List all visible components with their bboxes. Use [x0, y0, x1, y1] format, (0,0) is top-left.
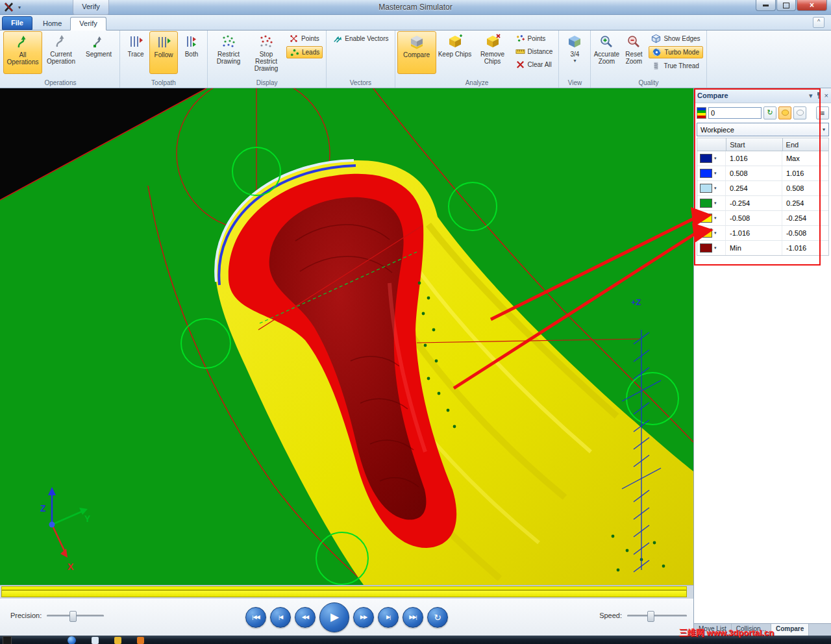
table-row[interactable]: ▾ Min -1.016	[697, 241, 828, 255]
column-header-color[interactable]	[697, 138, 726, 151]
viewport-3d[interactable]: +Z Z Y X	[0, 88, 693, 585]
color-swatch[interactable]	[700, 243, 712, 253]
view-dropdown-icon[interactable]: ▾	[573, 58, 576, 64]
table-row[interactable]: ▾ -1.016 -0.508	[697, 226, 828, 241]
display-points-button[interactable]: Points	[286, 33, 323, 44]
start-value: 1.016	[726, 151, 782, 166]
restrict-drawing-button[interactable]: Restrict Drawing	[210, 31, 247, 73]
end-value: 1.016	[782, 166, 828, 180]
show-edges-button[interactable]: Show Edges	[649, 33, 702, 44]
swatch-dropdown-icon[interactable]: ▾	[714, 245, 717, 251]
taskbar-browser-icon[interactable]	[92, 637, 99, 644]
start-value: Min	[726, 241, 782, 255]
clear-all-button[interactable]: Clear All	[513, 59, 556, 70]
color-swatch[interactable]	[700, 199, 712, 208]
tolerance-input[interactable]	[708, 107, 762, 119]
step-back-button[interactable]: |◀	[270, 607, 291, 628]
follow-label: Follow	[155, 51, 173, 58]
tab-file[interactable]: File	[2, 16, 32, 30]
all-operations-label: All Operations	[5, 51, 41, 66]
trace-button[interactable]: Trace	[122, 31, 149, 73]
stop-restrict-drawing-button[interactable]: Stop Restrict Drawing	[247, 31, 285, 73]
taskbar-app2-icon[interactable]	[137, 637, 144, 644]
tab-compare[interactable]: Compare	[771, 624, 809, 636]
ribbon-collapse-button[interactable]: ^	[813, 17, 825, 28]
swatch-dropdown-icon[interactable]: ▾	[714, 171, 717, 176]
turbo-mode-button[interactable]: Turbo Mode	[649, 46, 702, 58]
compare-source-dropdown[interactable]: Workpiece ▾	[697, 123, 829, 136]
swatch-dropdown-icon[interactable]: ▾	[714, 230, 717, 236]
enable-vectors-button[interactable]: Enable Vectors	[330, 33, 391, 44]
precision-slider-thumb[interactable]	[69, 611, 77, 622]
swatch-dropdown-icon[interactable]: ▾	[714, 156, 717, 161]
precision-slider[interactable]	[47, 615, 104, 617]
analyze-points-button[interactable]: Points	[513, 33, 556, 44]
taskbar-app-icon[interactable]	[3, 636, 12, 644]
skip-to-end-button[interactable]: ▶▶|	[403, 607, 423, 628]
remove-chips-button[interactable]: Remove Chips	[474, 31, 512, 73]
rewind-button[interactable]: ◀◀	[295, 607, 316, 628]
minimize-button[interactable]	[756, 0, 776, 11]
color-swatch[interactable]	[700, 169, 712, 178]
start-orb-icon[interactable]	[68, 636, 76, 644]
axis-x-label: X	[68, 562, 74, 572]
fast-forward-button[interactable]: ▶▶	[353, 607, 374, 628]
solid-display-toggle[interactable]	[793, 106, 806, 119]
swatch-dropdown-icon[interactable]: ▾	[714, 186, 717, 191]
leads-button[interactable]: Leads	[286, 46, 323, 58]
panel-close-icon[interactable]: ×	[825, 92, 828, 99]
swatch-dropdown-icon[interactable]: ▾	[714, 216, 717, 221]
end-value: -0.508	[782, 226, 828, 240]
table-row[interactable]: ▾ -0.254 0.254	[697, 196, 828, 211]
speed-slider[interactable]	[627, 615, 687, 617]
ribbon-group-analyze: Compare Keep Chips Remove Chips Points	[395, 31, 560, 88]
distance-button[interactable]: Distance	[513, 46, 556, 57]
true-thread-button[interactable]: True Thread	[649, 60, 702, 71]
color-swatch[interactable]	[700, 184, 712, 193]
show-edges-icon	[651, 34, 661, 43]
compare-button[interactable]: Compare	[397, 31, 436, 74]
play-button[interactable]: ▶	[319, 602, 349, 632]
both-button[interactable]: Both	[178, 31, 205, 73]
table-row[interactable]: ▾ -0.508 -0.254	[697, 211, 828, 226]
tab-home[interactable]: Home	[34, 18, 70, 30]
close-button[interactable]: ×	[797, 0, 827, 11]
current-operation-button[interactable]: Current Operation	[42, 31, 80, 73]
refresh-compare-button[interactable]: ↻	[763, 106, 776, 119]
table-row[interactable]: ▾ 1.016 Max	[697, 151, 828, 166]
color-swatch[interactable]	[700, 154, 712, 163]
loop-button[interactable]: ↻	[427, 607, 448, 628]
tab-verify[interactable]: Verify	[70, 17, 106, 31]
pin-icon[interactable]	[816, 92, 821, 99]
segment-button[interactable]: Segment	[80, 31, 118, 73]
reset-zoom-button[interactable]: Reset Zoom	[620, 31, 647, 73]
table-row[interactable]: ▾ 0.508 1.016	[697, 166, 828, 181]
dropdown-arrow-icon: ▾	[823, 127, 825, 132]
column-header-end[interactable]: End	[783, 138, 828, 151]
translucent-display-toggle[interactable]	[778, 106, 791, 119]
swatch-dropdown-icon[interactable]: ▾	[714, 201, 717, 206]
step-forward-button[interactable]: ▶|	[378, 607, 399, 628]
table-row[interactable]: ▾ 0.254 0.508	[697, 181, 828, 196]
color-swatch[interactable]	[700, 229, 712, 238]
view-34-button[interactable]: 3/4 ▾	[561, 31, 588, 73]
keep-chips-button[interactable]: Keep Chips	[436, 31, 474, 73]
panel-menu-icon[interactable]: ▾	[809, 92, 813, 100]
simulation-timeline[interactable]	[0, 585, 693, 598]
follow-button[interactable]: Follow	[149, 31, 178, 74]
timeline-progress-bar[interactable]	[1, 590, 687, 597]
speed-slider-thumb[interactable]	[647, 611, 654, 622]
restore-button[interactable]	[776, 0, 796, 11]
keep-chips-icon	[447, 33, 463, 50]
taskbar-folder-icon[interactable]	[114, 637, 121, 644]
all-operations-button[interactable]: All Operations	[3, 31, 42, 74]
column-header-start[interactable]: Start	[726, 138, 782, 151]
segment-icon	[91, 33, 106, 50]
color-swatch[interactable]	[700, 214, 712, 223]
end-value: 0.254	[782, 196, 828, 210]
start-value: -1.016	[726, 226, 782, 240]
report-list-button[interactable]: ≡	[816, 106, 829, 119]
view-34-icon	[567, 33, 582, 50]
skip-to-start-button[interactable]: |◀◀	[245, 607, 266, 628]
accurate-zoom-button[interactable]: Accurate Zoom	[593, 31, 620, 73]
